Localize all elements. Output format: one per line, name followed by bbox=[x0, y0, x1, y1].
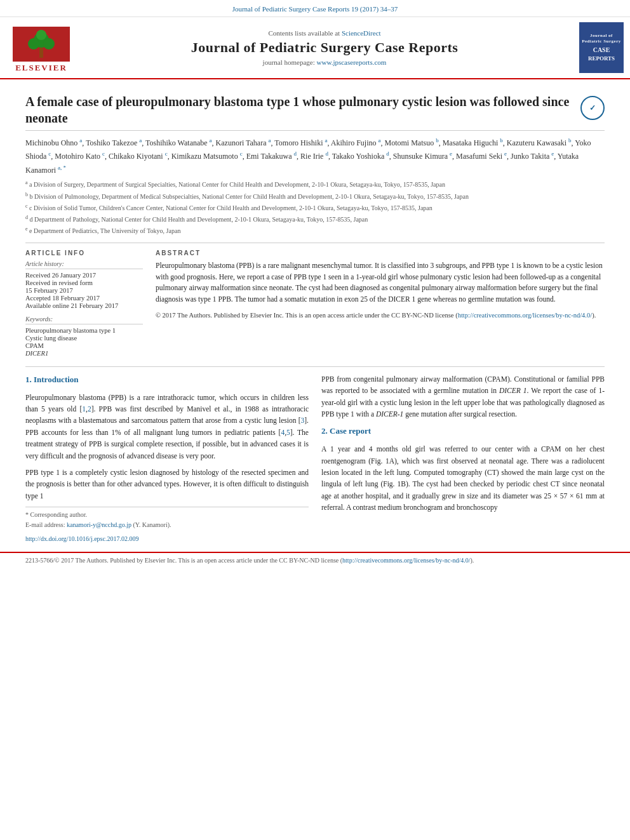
case-report-para1: A 1 year and 4 months old girl was refer… bbox=[321, 443, 605, 513]
accepted-date: Accepted 18 February 2017 bbox=[25, 295, 143, 302]
badge-reports: REPORTS bbox=[588, 55, 615, 63]
article-content: A female case of pleuropulmonary blastom… bbox=[0, 79, 630, 552]
ref-1[interactable]: 1 bbox=[82, 405, 86, 413]
footnote: * Corresponding author. E-mail address: … bbox=[25, 507, 309, 530]
elsevier-label: ELSEVIER bbox=[15, 63, 67, 73]
header-center: Contents lists available at ScienceDirec… bbox=[81, 22, 568, 73]
homepage-link[interactable]: www.jpscasereports.com bbox=[317, 58, 387, 66]
ref-5[interactable]: 5 bbox=[286, 429, 290, 436]
main-columns: 1. Introduction Pleuropulmonary blastoma… bbox=[25, 366, 605, 545]
doi-line: http://dx.doi.org/10.1016/j.epsc.2017.02… bbox=[25, 534, 309, 544]
abstract-copyright: © 2017 The Authors. Published by Elsevie… bbox=[156, 310, 605, 321]
article-info-title: ARTICLE INFO bbox=[25, 250, 143, 257]
badge-line1: Journal of bbox=[590, 33, 613, 39]
received-date: Received 26 January 2017 bbox=[25, 272, 143, 279]
journal-homepage: journal homepage: www.jpscasereports.com bbox=[263, 58, 387, 66]
crossmark-icon: ✓ bbox=[580, 96, 605, 120]
article-title: A female case of pleuropulmonary blastom… bbox=[25, 93, 574, 126]
journal-title: Journal of Pediatric Surgery Case Report… bbox=[191, 39, 459, 56]
revised-label: Received in revised form bbox=[25, 279, 143, 286]
online-date: Available online 21 February 2017 bbox=[25, 302, 143, 309]
contents-line: Contents lists available at ScienceDirec… bbox=[268, 29, 380, 37]
svg-point-4 bbox=[43, 38, 55, 50]
svg-point-5 bbox=[36, 30, 46, 40]
keywords-section: Keywords: Pleuropulmonary blastoma type … bbox=[25, 316, 143, 357]
email-link[interactable]: kanamori-y@ncchd.go.jp bbox=[67, 521, 131, 528]
history-label: Article history: bbox=[25, 260, 143, 269]
svg-point-3 bbox=[28, 38, 39, 50]
revised-date: 15 February 2017 bbox=[25, 287, 143, 294]
col-left: 1. Introduction Pleuropulmonary blastoma… bbox=[25, 373, 309, 545]
badge-line2: Pediatric Surgery bbox=[582, 39, 621, 44]
page: Journal of Pediatric Surgery Case Report… bbox=[0, 0, 630, 840]
elsevier-logo-img bbox=[13, 27, 70, 62]
affil-d: d d Department of Pathology, National Ce… bbox=[25, 214, 605, 224]
footer-text: 2213-5766/© 2017 The Authors. Published … bbox=[25, 557, 474, 564]
keyword-4: DICER1 bbox=[25, 350, 143, 357]
email-label: E-mail address: bbox=[25, 521, 65, 528]
svg-rect-1 bbox=[39, 48, 43, 58]
affil-c: c c Division of Solid Tumor, Children's … bbox=[25, 203, 605, 213]
intro-heading: 1. Introduction bbox=[25, 373, 309, 387]
affil-b: b b Division of Pulmonology, Department … bbox=[25, 191, 605, 201]
article-title-section: A female case of pleuropulmonary blastom… bbox=[25, 86, 605, 131]
col-right: PPB from congenital pulmonary airway mal… bbox=[321, 373, 605, 545]
keyword-3: CPAM bbox=[25, 342, 143, 349]
case-report-heading: 2. Case report bbox=[321, 425, 605, 438]
keywords-label: Keywords: bbox=[25, 316, 143, 324]
ref-4[interactable]: 4 bbox=[281, 429, 285, 436]
copyright-text: © 2017 The Authors. Published by Elsevie… bbox=[156, 312, 596, 319]
elsevier-logo: ELSEVIER bbox=[6, 22, 76, 73]
affil-e: e e Department of Pediatrics, The Univer… bbox=[25, 225, 605, 236]
affiliations: a a Division of Surgery, Department of S… bbox=[25, 179, 605, 236]
keyword-1: Pleuropulmonary blastoma type 1 bbox=[25, 327, 143, 334]
authors: Michinobu Ohno a, Toshiko Takezoe a, Tos… bbox=[25, 136, 605, 177]
email-name: (Y. Kanamori). bbox=[133, 521, 171, 528]
header-right: Journal of Pediatric Surgery CASE REPORT… bbox=[573, 22, 624, 73]
keyword-2: Cystic lung disease bbox=[25, 335, 143, 342]
intro-right-para1: PPB from congenital pulmonary airway mal… bbox=[321, 373, 605, 420]
abstract-text: Pleuropulmonary blastoma (PPB) is a rare… bbox=[156, 260, 605, 305]
intro-para1: Pleuropulmonary blastoma (PPB) is a rare… bbox=[25, 392, 309, 462]
article-info: ARTICLE INFO Article history: Received 2… bbox=[25, 250, 143, 357]
footer-license-link[interactable]: http://creativecommons.org/licenses/by-n… bbox=[342, 557, 470, 564]
sciencedirect-link[interactable]: ScienceDirect bbox=[342, 29, 381, 37]
case-reports-badge: Journal of Pediatric Surgery CASE REPORT… bbox=[579, 22, 624, 73]
corresponding-label: * Corresponding author. bbox=[25, 511, 87, 518]
ref-2[interactable]: 2 bbox=[88, 405, 91, 413]
intro-para2: PPB type 1 is a completely cystic lesion… bbox=[25, 467, 309, 502]
ref-3[interactable]: 3 bbox=[301, 417, 305, 424]
doi-link[interactable]: http://dx.doi.org/10.1016/j.epsc.2017.02… bbox=[25, 535, 138, 542]
top-header: Journal of Pediatric Surgery Case Report… bbox=[0, 0, 630, 17]
badge-case: CASE bbox=[593, 46, 610, 54]
abstract-section: ABSTRACT Pleuropulmonary blastoma (PPB) … bbox=[156, 250, 605, 357]
header-band: ELSEVIER Contents lists available at Sci… bbox=[0, 17, 630, 79]
abstract-title: ABSTRACT bbox=[156, 250, 605, 257]
article-body: ARTICLE INFO Article history: Received 2… bbox=[25, 243, 605, 357]
journal-ref: Journal of Pediatric Surgery Case Report… bbox=[232, 5, 398, 13]
license-link[interactable]: http://creativecommons.org/licenses/by-n… bbox=[458, 312, 593, 319]
affil-a: a a Division of Surgery, Department of S… bbox=[25, 179, 605, 189]
page-footer: 2213-5766/© 2017 The Authors. Published … bbox=[0, 552, 630, 568]
